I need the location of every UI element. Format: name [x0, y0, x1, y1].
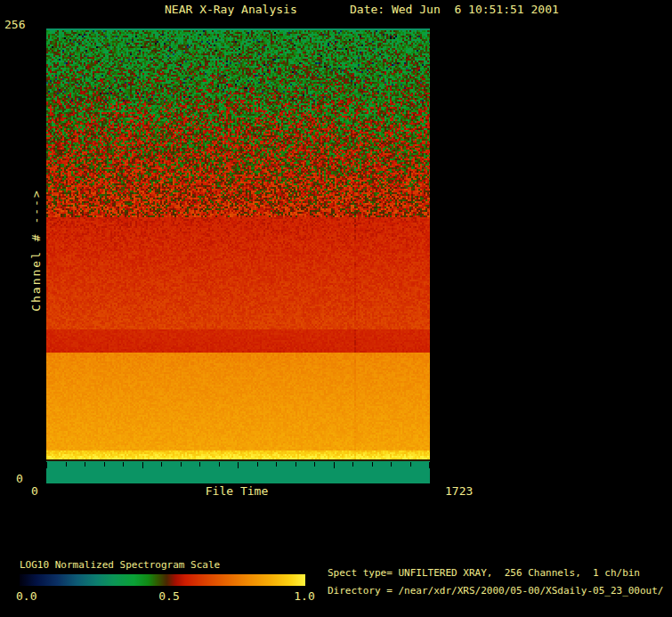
x-axis-max-tick-label: 1723 [445, 485, 473, 497]
near-xray-analysis-window: { "header": { "title": "NEAR X-Ray Analy… [0, 0, 672, 617]
colorbar-tick-max: 1.0 [294, 590, 314, 602]
directory-path: Directory = /near/xdr/XRS/2000/05-00/XSd… [328, 586, 664, 596]
spectrogram-heatmap [46, 28, 430, 483]
app-title: NEAR X-Ray Analysis [165, 4, 297, 15]
y-axis-min-tick-label: 0 [16, 473, 23, 484]
colorbar-gradient [20, 574, 305, 586]
date-label: Date: Wed Jun 6 10:51:51 2001 [350, 4, 559, 15]
x-axis-title: File Time [206, 485, 268, 497]
x-axis-min-tick-label: 0 [31, 485, 38, 497]
spect-type-info: Spect type= UNFILTERED XRAY, 256 Channel… [328, 568, 640, 578]
colorbar-title: LOG10 Normalized Spectrogram Scale [20, 560, 220, 570]
y-axis-max-tick-label: 256 [4, 19, 25, 30]
y-axis-title: Channel # ---> [30, 161, 43, 339]
colorbar-tick-min: 0.0 [16, 590, 36, 602]
colorbar-tick-mid: 0.5 [158, 590, 179, 602]
